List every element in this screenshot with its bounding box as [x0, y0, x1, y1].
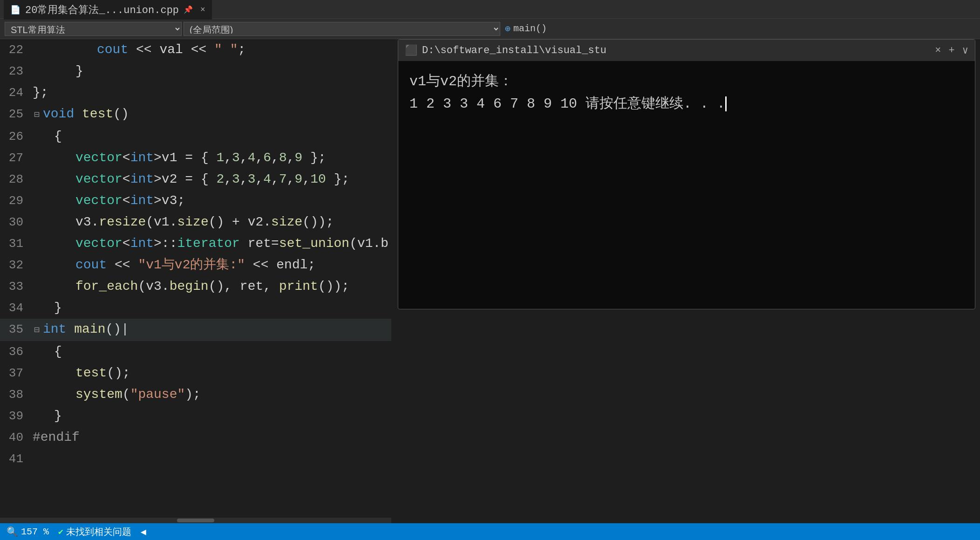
code-line-31: 31 vector<int>::iterator ret=set_union(v… [0, 233, 391, 254]
toolbar: STL常用算法 (全局范围) ⊕ main() [0, 19, 980, 39]
scope-selector[interactable]: (全局范围) [184, 22, 500, 36]
code-line-26: 26 { [0, 126, 391, 147]
code-line-38: 38 system("pause"); [0, 384, 391, 405]
title-bar: 📄 20常用集合算法_...union.cpp 📌 × [0, 0, 980, 19]
horizontal-scrollbar[interactable] [0, 518, 391, 523]
problem-status: ✔ 未找到相关问题 [58, 526, 131, 538]
terminal-icon: ⬛ [405, 44, 417, 57]
code-line-32: 32 cout << "v1与v2的并集:" << endl; [0, 254, 391, 276]
terminal-title: D:\software_install\visual_stu [422, 45, 606, 56]
terminal-dropdown-button[interactable]: ∨ [962, 44, 968, 57]
collapse-25[interactable]: ⊟ [33, 104, 41, 126]
code-line-23: 23 } [0, 61, 391, 82]
main-layout: 22 cout << val << " "; 23 } 24 }; 25 ⊟vo… [0, 39, 980, 523]
tab-close-button[interactable]: × [200, 5, 205, 14]
code-area: 22 cout << val << " "; 23 } 24 }; 25 ⊟vo… [0, 39, 391, 470]
stl-selector[interactable]: STL常用算法 [5, 22, 182, 36]
code-line-30: 30 v3.resize(v1.size() + v2.size()); [0, 212, 391, 233]
check-icon: ✔ [58, 526, 63, 537]
code-line-29: 29 vector<int>v3; [0, 190, 391, 212]
tab-pin-icon[interactable]: 📌 [184, 5, 193, 14]
editor-pane[interactable]: 22 cout << val << " "; 23 } 24 }; 25 ⊟vo… [0, 39, 391, 523]
collapse-35[interactable]: ⊟ [33, 320, 41, 341]
status-bar: 🔍 157 % ✔ 未找到相关问题 ◀ [0, 523, 980, 540]
terminal-title-right: × + ∨ [935, 44, 968, 57]
terminal-add-button[interactable]: + [949, 45, 955, 56]
code-line-39: 39 } [0, 405, 391, 427]
editor-tab[interactable]: 📄 20常用集合算法_...union.cpp 📌 × [4, 0, 212, 20]
code-line-22: 22 cout << val << " "; [0, 39, 391, 61]
code-line-37: 37 test(); [0, 362, 391, 384]
terminal-output-line2: 1 2 3 3 4 6 7 8 9 10 请按任意键继续. . . [409, 93, 964, 115]
status-text: 未找到相关问题 [66, 526, 131, 538]
terminal-body: v1与v2的并集： 1 2 3 3 4 6 7 8 9 10 请按任意键继续. … [398, 61, 975, 124]
function-label: main() [513, 23, 547, 34]
zoom-icon: 🔍 [7, 526, 18, 538]
zoom-status: 🔍 157 % [7, 526, 49, 538]
zoom-value: 157 % [21, 526, 49, 537]
code-line-35: 35 ⊟int main()| [0, 319, 391, 341]
terminal-pane: ⬛ D:\software_install\visual_stu × + ∨ v… [398, 39, 975, 309]
terminal-output-line1: v1与v2的并集： [409, 70, 964, 93]
code-line-40: 40 #endif [0, 427, 391, 448]
code-line-33: 33 for_each(v3.begin(), ret, print()); [0, 276, 391, 297]
code-line-28: 28 vector<int>v2 = { 2,3,3,4,7,9,10 }; [0, 169, 391, 190]
terminal-titlebar: ⬛ D:\software_install\visual_stu × + ∨ [398, 40, 975, 61]
terminal-cursor [725, 96, 727, 111]
code-line-36: 36 { [0, 341, 391, 362]
scrollbar-thumb[interactable] [177, 519, 214, 522]
function-selector-area: ⊕ main() [505, 23, 547, 34]
scroll-left-icon[interactable]: ◀ [141, 526, 146, 538]
terminal-close-button[interactable]: × [935, 45, 941, 56]
code-line-24: 24 }; [0, 82, 391, 103]
file-icon: 📄 [10, 5, 20, 15]
code-line-34: 34 } [0, 297, 391, 319]
code-line-27: 27 vector<int>v1 = { 1,3,4,6,8,9 }; [0, 147, 391, 169]
code-line-41: 41 [0, 448, 391, 470]
scroll-left-status[interactable]: ◀ [141, 526, 146, 538]
main-icon: ⊕ [505, 23, 510, 34]
tab-label: 20常用集合算法_...union.cpp [25, 3, 179, 17]
terminal-title-left: ⬛ D:\software_install\visual_stu [405, 44, 606, 57]
code-line-25: 25 ⊟void test() [0, 103, 391, 126]
